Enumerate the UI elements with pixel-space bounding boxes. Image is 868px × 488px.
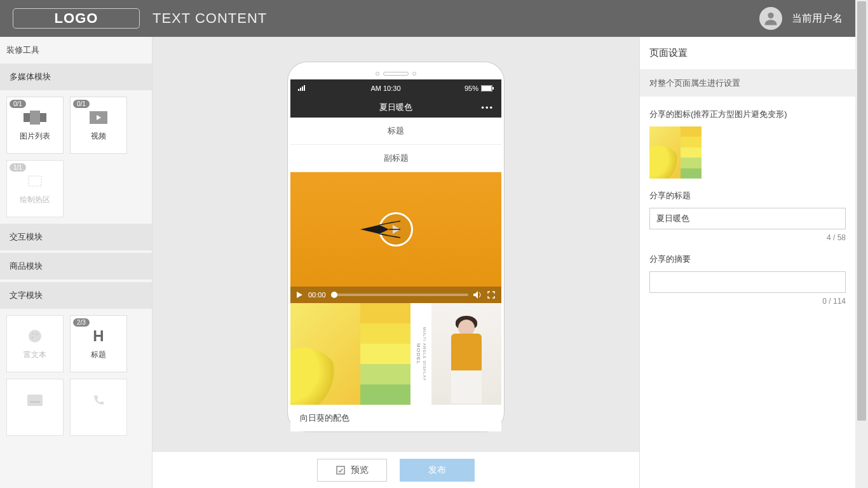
signal-icon — [298, 85, 307, 92]
svg-rect-2 — [30, 111, 40, 125]
header-text: TEXT CONTENT — [153, 10, 267, 27]
section-text[interactable]: 文字模块 — [0, 282, 152, 309]
tool-extra-2[interactable]: x — [70, 379, 127, 436]
share-icon-thumb[interactable] — [649, 126, 702, 179]
heading-icon: H — [86, 328, 111, 344]
svg-rect-10 — [27, 395, 43, 406]
svg-rect-18 — [492, 87, 494, 90]
share-icon-label: 分享的图标(推荐正方型图片避免变形) — [649, 109, 846, 120]
user-box[interactable]: 当前用户名 — [759, 7, 843, 30]
left-panel-title: 装修工具 — [0, 37, 152, 64]
svg-rect-15 — [304, 85, 305, 91]
badge: 0/1 — [73, 100, 90, 108]
left-panel: 装修工具 多媒体模块 0/1 图片列表 0/1 视频 1/1 绘制热区 交互模块… — [0, 37, 153, 488]
fullscreen-icon[interactable] — [487, 291, 495, 299]
badge: 0/1 — [10, 100, 26, 108]
video-block[interactable] — [290, 172, 501, 287]
swallow-graphic — [357, 220, 402, 239]
share-title-label: 分享的标题 — [649, 190, 846, 201]
card-icon — [22, 392, 48, 409]
tool-hotzone[interactable]: 1/1 绘制热区 — [6, 160, 64, 217]
content-title[interactable]: 标题 — [290, 118, 501, 145]
tool-extra-1[interactable]: x — [6, 379, 64, 436]
svg-point-6 — [29, 330, 41, 342]
image-list-icon — [22, 109, 48, 126]
svg-rect-5 — [29, 176, 41, 186]
play-small-icon[interactable] — [297, 292, 303, 298]
swatch-column — [360, 303, 411, 405]
app-title-bar: 夏日暖色 ••• — [290, 97, 501, 118]
share-summary-label: 分享的摘要 — [649, 254, 846, 265]
avatar-icon — [759, 7, 782, 30]
more-icon[interactable]: ••• — [481, 103, 494, 112]
publish-button[interactable]: 发布 — [400, 459, 475, 482]
tool-richtext[interactable]: 富文本 — [6, 315, 64, 372]
svg-point-0 — [768, 13, 773, 18]
svg-rect-14 — [302, 86, 303, 91]
video-icon — [86, 109, 111, 126]
status-time: AM 10:30 — [370, 85, 400, 92]
section-interact[interactable]: 交互模块 — [0, 224, 152, 250]
svg-point-9 — [32, 336, 34, 338]
section-goods[interactable]: 商品模块 — [0, 253, 152, 280]
phone-preview: AM 10:30 95% 夏日暖色 ••• 标题 副标题 00:00 — [288, 62, 504, 431]
svg-marker-20 — [297, 292, 302, 298]
share-title-input[interactable] — [649, 208, 846, 229]
progress-bar[interactable] — [331, 294, 468, 296]
right-panel-title: 页面设置 — [640, 37, 855, 70]
phone-notch — [288, 72, 504, 76]
preview-icon — [336, 465, 346, 475]
right-panel: 页面设置 对整个页面属生进行设置 分享的图标(推荐正方型图片避免变形) 分享的标… — [639, 37, 855, 488]
hotzone-icon — [22, 173, 48, 189]
svg-rect-22 — [337, 466, 344, 474]
content-subtitle[interactable]: 副标题 — [290, 145, 501, 172]
scrollbar-thumb[interactable] — [857, 1, 866, 421]
image-caption: 向日葵的配色 — [290, 405, 501, 431]
status-bar: AM 10:30 95% — [290, 79, 501, 97]
palette-icon — [22, 328, 48, 344]
volume-icon[interactable] — [473, 291, 482, 299]
battery-icon — [481, 85, 494, 92]
svg-rect-13 — [300, 88, 301, 91]
section-multimedia[interactable]: 多媒体模块 — [0, 64, 152, 90]
svg-rect-12 — [298, 89, 299, 91]
svg-rect-11 — [30, 401, 40, 403]
canvas: AM 10:30 95% 夏日暖色 ••• 标题 副标题 00:00 — [153, 37, 639, 488]
logo: LOGO — [13, 8, 140, 29]
badge: 2/3 — [73, 318, 90, 327]
share-summary-input[interactable] — [649, 271, 846, 293]
summary-counter: 0 / 114 — [649, 297, 846, 306]
svg-marker-21 — [473, 291, 478, 299]
svg-rect-17 — [482, 86, 491, 91]
tool-image-list[interactable]: 0/1 图片列表 — [6, 97, 64, 154]
main-scrollbar[interactable] — [855, 0, 868, 488]
footer-bar: 预览 发布 — [153, 451, 639, 488]
title-counter: 4 / 58 — [649, 233, 846, 242]
badge: 1/1 — [10, 163, 26, 172]
tool-video[interactable]: 0/1 视频 — [70, 97, 127, 154]
page-title: 夏日暖色 — [379, 102, 412, 113]
phone-icon — [86, 392, 111, 409]
video-controls[interactable]: 00:00 — [290, 287, 501, 303]
image-row[interactable]: MODELMULTI ANGLE DISPLAY — [290, 303, 501, 405]
svg-point-8 — [36, 333, 38, 335]
tool-title[interactable]: 2/3 H 标题 — [70, 315, 127, 372]
preview-button[interactable]: 预览 — [317, 459, 387, 482]
current-user-label: 当前用户名 — [792, 12, 843, 25]
svg-point-7 — [32, 332, 34, 334]
right-panel-sub: 对整个页面属生进行设置 — [640, 70, 855, 97]
topbar: LOGO TEXT CONTENT 当前用户名 — [0, 0, 855, 37]
